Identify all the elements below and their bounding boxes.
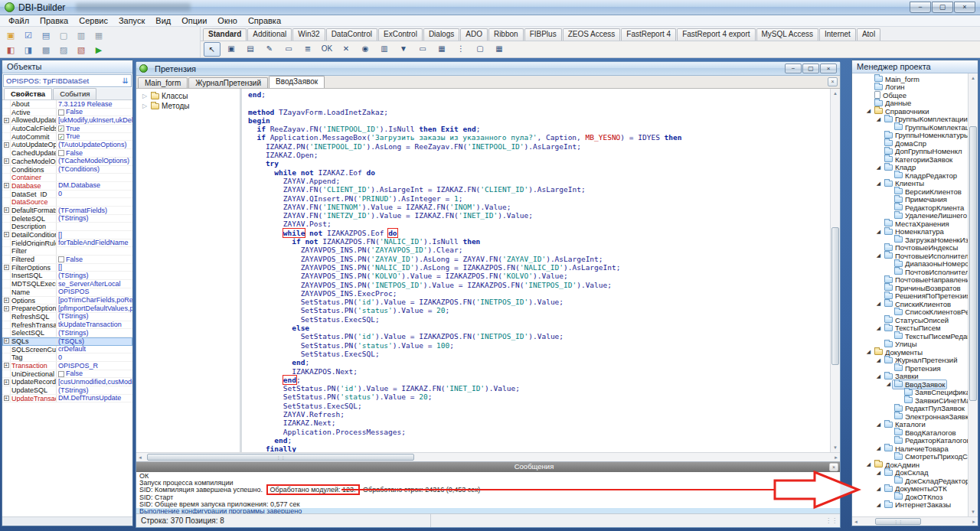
property-row[interactable]: +AllowedUpdates[ukModify,ukInsert,ukDele… (2, 116, 132, 125)
scroll-thumb[interactable] (831, 227, 839, 366)
scroll-thumb[interactable]: ⋮⋮ (147, 454, 414, 461)
code-line[interactable]: ZAYAV.Append; (248, 177, 830, 185)
view-forms-icon[interactable]: ◨ (21, 43, 36, 56)
project-vertical-scrollbar[interactable]: ▲ ▼ (968, 73, 978, 516)
code-line[interactable]: if ReeZayav.FN('INETPOOL_ID').IsNull the… (248, 125, 830, 133)
property-row[interactable]: +PrepareOptions[pfImportDefaultValues,ps… (2, 305, 132, 313)
property-value[interactable]: [ukModify,ukInsert,ukDelete] (57, 116, 132, 124)
expanded-arrow-icon[interactable]: ◢ (875, 229, 882, 235)
code-line[interactable]: Application.ProcessMessages; (248, 428, 830, 436)
maximize-button[interactable]: ▢ (802, 64, 819, 73)
property-row[interactable]: +DetailConditions[] (2, 231, 132, 239)
property-value[interactable]: (TAutoUpdateOptions) (57, 141, 132, 148)
expanded-arrow-icon[interactable]: ◢ (885, 381, 892, 387)
expanded-arrow-icon[interactable]: ◢ (875, 325, 882, 331)
panel-component-icon[interactable]: ▢ (472, 42, 488, 57)
expand-icon[interactable]: + (4, 183, 9, 188)
chevron-right-icon[interactable]: ▷ (142, 103, 149, 109)
property-value[interactable]: DM.DefTrunsUpdate (57, 395, 132, 402)
property-row[interactable]: SQLScreenCursorcrDefault (2, 346, 132, 354)
property-value[interactable]: (TStrings) (57, 386, 132, 394)
maximize-button[interactable]: ▢ (932, 2, 953, 13)
button-component-icon[interactable]: OK (318, 42, 335, 57)
code-line[interactable]: begin (248, 116, 830, 125)
expanded-arrow-icon[interactable]: ◢ (875, 502, 882, 508)
code-line[interactable]: IZAKAZPOS.Next; (248, 367, 830, 376)
scroll-right-icon[interactable]: ► (972, 517, 976, 526)
message-row[interactable]: Выполнение конфигурации программы заверш… (136, 508, 840, 513)
objects-panel-header[interactable]: Объекты (2, 60, 132, 73)
property-row[interactable]: SelectSQL(TStrings) (2, 329, 132, 337)
mainmenu-component-icon[interactable]: ▤ (242, 42, 259, 57)
property-value[interactable] (57, 223, 132, 230)
minimize-button[interactable]: − (910, 2, 931, 13)
code-line[interactable]: end; (248, 376, 830, 384)
code-line[interactable]: finally (248, 445, 830, 452)
inspector-tab[interactable]: События (53, 88, 96, 99)
expand-icon[interactable]: + (4, 338, 9, 344)
project-horizontal-scrollbar[interactable]: ◄ ⋮⋮ ► (852, 516, 978, 526)
label-component-icon[interactable]: ✎ (261, 42, 278, 57)
property-row[interactable]: Description (2, 223, 132, 231)
expand-icon[interactable]: + (4, 158, 9, 164)
combo-dropdown-icon[interactable]: ⇊ (122, 77, 129, 85)
palette-tab[interactable]: Win32 (292, 28, 325, 41)
expand-icon[interactable]: + (4, 306, 9, 311)
save-all-icon[interactable]: ▤ (38, 28, 54, 41)
code-line[interactable]: end; (248, 436, 830, 445)
copy-icon[interactable]: ▦ (91, 28, 106, 41)
expanded-arrow-icon[interactable]: ◢ (865, 461, 872, 467)
palette-tab[interactable]: FastReport 4 export (677, 28, 755, 41)
property-value[interactable]: forTableAndFieldName (57, 239, 132, 247)
property-row[interactable]: InsertSQL(TStrings) (2, 272, 132, 280)
code-line[interactable]: end; (248, 90, 830, 99)
code-line[interactable]: IZAKAZ.Next; (248, 419, 830, 427)
property-row[interactable]: UniDirectionalFalse (2, 370, 132, 379)
property-value[interactable]: [] (57, 231, 132, 239)
editor-vertical-scrollbar[interactable]: ▲ ▼ (830, 89, 840, 452)
property-row[interactable]: ActiveFalse (2, 109, 132, 117)
expanded-arrow-icon[interactable]: ◢ (875, 445, 882, 451)
scroll-up-icon[interactable]: ▲ (833, 89, 838, 98)
expand-icon[interactable]: + (4, 207, 9, 213)
code-line[interactable]: SetStatus.ExecSQL; (248, 402, 830, 410)
editor-tab[interactable]: Main_form (138, 77, 188, 88)
code-line[interactable]: if Application.MessageBox('Загрузить зак… (248, 133, 830, 142)
property-row[interactable]: DataSource (2, 198, 132, 207)
property-row[interactable]: +FilterOptions[] (2, 264, 132, 272)
radiobutton-component-icon[interactable]: ◉ (357, 42, 374, 57)
property-value[interactable]: (TStrings) (57, 272, 132, 279)
palette-tab[interactable]: MySQL Access (756, 28, 818, 41)
property-row[interactable]: +SQLs(TSQLs) (2, 337, 132, 346)
frames-component-icon[interactable]: ▣ (223, 42, 240, 57)
menu-item[interactable]: Файл (3, 15, 34, 26)
code-line[interactable]: SetStatus.ExecSQL; (248, 315, 830, 324)
palette-tab[interactable]: Ribbon (488, 28, 524, 41)
palette-tab[interactable]: ZEOS Access (563, 28, 621, 41)
property-row[interactable]: About7.3.1219 Release (2, 100, 132, 109)
code-line[interactable]: else (248, 324, 830, 332)
property-value[interactable]: False (57, 256, 132, 263)
property-value[interactable]: tkUpdateTransaction (57, 321, 132, 329)
property-value[interactable]: False (57, 149, 132, 157)
scroll-right-icon[interactable]: ► (834, 453, 838, 462)
editor-tab[interactable]: ЖурналПретензий (188, 77, 268, 88)
menu-item[interactable]: Справка (243, 15, 286, 26)
palette-tab[interactable]: Atol (857, 28, 880, 41)
scroll-thumb[interactable]: ⋮⋮ (875, 518, 921, 525)
code-line[interactable]: ZAYAV.QInsert.PN('PRINUD').AsInteger = 1… (248, 194, 830, 203)
code-line[interactable]: SetStatus.ExecSQL; (248, 350, 830, 358)
checkbox-icon[interactable]: ✓ (58, 125, 64, 132)
main-titlebar[interactable]: DBI-Builder −▢× (0, 0, 980, 15)
code-line[interactable]: ZAYAV.Refresh; (248, 410, 830, 419)
code-line[interactable]: ZAYAVPOS_INS.PN('ZAYAV_ID').AsLong = ZAY… (248, 255, 830, 263)
property-value[interactable]: se_ServerAfterLocal (57, 280, 132, 288)
scroll-down-icon[interactable]: ▼ (971, 507, 975, 516)
code-line[interactable]: try (248, 159, 830, 168)
code-line[interactable]: ZAYAVPOS_INS.PN('NALIC_ID').AsLong = IZA… (248, 263, 830, 272)
code-line[interactable]: ZAYAVPOS_INS.PN('INETPOS_ID').Value = IZ… (248, 281, 830, 289)
property-value[interactable]: crDefault (57, 346, 132, 353)
property-row[interactable]: Conditions(TConditions) (2, 166, 132, 174)
code-line[interactable]: SetStatus.PN('id').Value = IZAKAZPOS.FN(… (248, 298, 830, 306)
view-units-icon[interactable]: ☑ (21, 28, 36, 41)
